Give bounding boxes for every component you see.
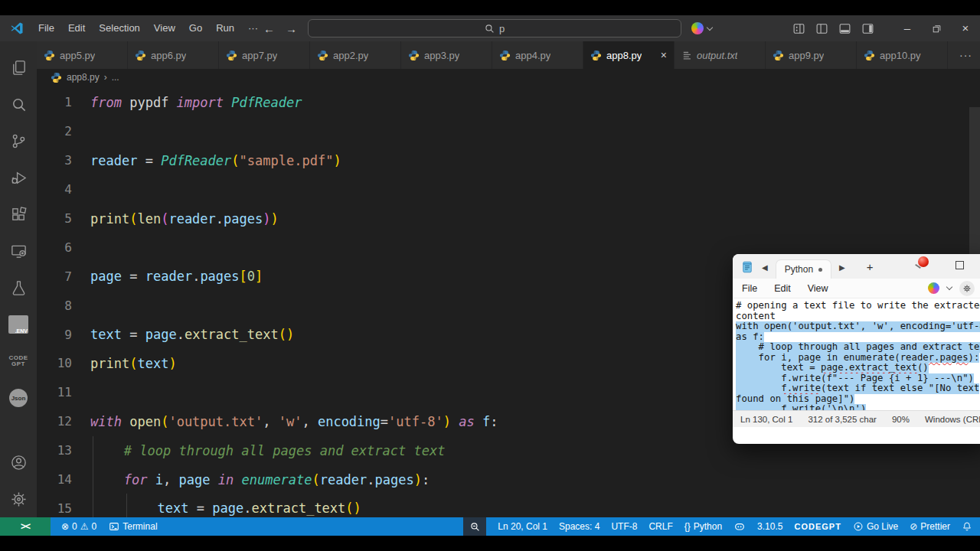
breadcrumb-more: ... [112,72,119,83]
tab-close-icon[interactable]: × [661,49,667,61]
next-tab-icon[interactable]: ▶ [839,263,845,272]
menu-edit[interactable]: Edit [61,15,92,41]
tab-app9-py[interactable]: app9.py [766,41,857,69]
python-version[interactable]: 3.10.5 [757,521,782,532]
code-line: 14for i, page in enumerate(reader.pages)… [37,465,980,494]
tab-output-txt[interactable]: output.txt [675,41,766,69]
tab-app8-py[interactable]: app8.py× [583,41,675,69]
zoom-indicator[interactable] [463,517,486,536]
tab-app5-py[interactable]: app5.py [37,41,128,69]
vscode-logo-icon [10,21,24,35]
code-line: 2 [37,117,980,146]
new-tab-button[interactable]: + [867,260,874,273]
tab-app7-py[interactable]: app7.py [219,41,310,69]
prev-tab-icon[interactable]: ◀ [762,263,768,272]
codegpt-statusbar-item[interactable]: CODEGPT [794,522,841,531]
activity-bar: .ENV CODEGPT Json [0,41,37,517]
explorer-icon[interactable] [0,49,37,86]
tab-app6-py[interactable]: app6.py [128,41,219,69]
menu-view[interactable]: View [147,15,182,41]
toggle-secondary-sidebar-icon[interactable] [861,22,874,35]
code-line: 1from pypdf import PdfReader [37,88,980,117]
tabs-overflow-button[interactable]: ··· [959,41,972,69]
close-button[interactable]: × [951,15,980,41]
dotenv-extension-icon[interactable]: .ENV [0,306,37,343]
cursor-position[interactable]: Ln 20, Col 1 [498,521,547,532]
command-center-search[interactable]: p [308,19,681,37]
always-on-top-pin-icon[interactable] [918,256,929,267]
magnifier-icon [470,522,480,532]
menu-go[interactable]: Go [182,15,209,41]
source-control-icon[interactable] [0,122,37,159]
codegpt-extension-icon[interactable]: CODEGPT [0,343,37,380]
notepad-text-area[interactable]: # opening a text file to write the extra… [733,298,980,410]
toggle-panel-icon[interactable] [838,22,851,35]
notepad-window[interactable]: ◀ Python ▶ + FileEditView # [733,254,980,444]
restore-button[interactable] [922,16,951,41]
notepad-menu-view[interactable]: View [808,283,828,294]
copilot-status-icon[interactable] [733,520,746,533]
textfile-icon [681,50,692,60]
back-arrow-icon[interactable]: ← [263,22,275,35]
forward-arrow-icon[interactable]: → [286,22,297,35]
code-line: 5print(len(reader.pages)) [37,204,980,233]
notepad-titlebar[interactable]: ◀ Python ▶ + [733,254,980,279]
notepad-copilot-icon[interactable] [928,282,939,294]
minimize-button[interactable]: – [893,15,922,41]
notepad-menu-edit[interactable]: Edit [774,283,791,294]
menu-selection[interactable]: Selection [92,15,146,41]
run-debug-icon[interactable] [0,159,37,196]
testing-beaker-icon[interactable] [0,269,37,306]
notepad-maximize-button[interactable] [956,261,964,269]
prettier-icon: ⊘ [910,521,917,532]
customize-layout-icon[interactable] [792,22,805,35]
breadcrumb-separator-icon: › [104,72,107,83]
prettier-button[interactable]: ⊘ Prettier [910,521,950,532]
chevron-down-icon[interactable] [946,284,952,290]
eol-sequence[interactable]: CRLF [648,521,672,532]
json-extension-icon[interactable]: Json [0,380,37,416]
tab-label: app8.py [606,50,642,61]
prettier-label: Prettier [920,521,950,532]
python-icon [44,50,55,61]
line-number: 6 [37,240,90,255]
remote-explorer-icon[interactable] [0,233,37,269]
desktop-frame: FileEditSelectionViewGoRun··· ← → p [0,0,980,551]
notepad-settings-button[interactable] [959,281,975,296]
notifications-bell-icon[interactable] [962,521,972,532]
toggle-sidebar-icon[interactable] [815,22,828,35]
line-number: 12 [37,414,90,429]
settings-gear-icon[interactable] [0,481,37,517]
terminal-statusbar-item[interactable]: Terminal [109,521,157,532]
notepad-menu-file[interactable]: File [742,283,757,294]
tab-app2-py[interactable]: app2.py [310,41,401,69]
problems-indicator[interactable]: ⊗ 0 ⚠ 0 [61,521,96,532]
error-count: 0 [72,521,77,532]
breadcrumb[interactable]: app8.py › ... [37,69,980,86]
search-icon [485,24,495,34]
go-live-button[interactable]: Go Live [853,521,898,532]
indentation[interactable]: Spaces: 4 [559,521,599,532]
tab-label: app4.py [515,50,550,61]
line-number: 5 [37,211,90,226]
tab-label: app6.py [151,50,186,61]
menu-[interactable]: ··· [241,15,265,41]
language-mode[interactable]: {} Python [684,521,722,532]
notepad-tab-python[interactable]: Python [776,259,831,279]
copilot-menu[interactable] [691,15,712,41]
extensions-icon[interactable] [0,196,37,233]
tab-app3-py[interactable]: app3.py [401,41,492,69]
menubar: FileEditSelectionViewGoRun··· [31,15,265,41]
notepad-line: content [736,311,980,322]
notepad-app-icon [740,260,754,274]
menu-file[interactable]: File [31,15,61,41]
line-number: 15 [37,501,90,516]
menu-run[interactable]: Run [209,15,241,41]
tab-app10-py[interactable]: app10.py [857,41,948,69]
search-sidebar-icon[interactable] [0,86,37,122]
remote-indicator[interactable]: >< [0,517,51,536]
line-number: 3 [37,153,90,168]
tab-app4-py[interactable]: app4.py [492,41,583,69]
account-icon[interactable] [0,444,37,481]
file-encoding[interactable]: UTF-8 [611,521,637,532]
